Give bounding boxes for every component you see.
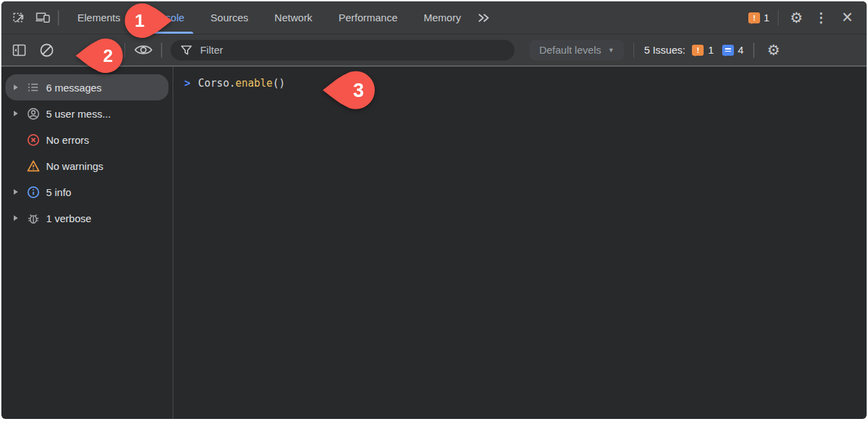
exclamation-glyph: ! <box>697 46 699 54</box>
tab-label: Sources <box>210 12 248 23</box>
info-icon <box>26 186 40 199</box>
filter-funnel-icon <box>180 45 193 56</box>
issues-summary[interactable]: 5 Issues: ! 1 4 <box>644 44 744 56</box>
inspect-cursor-icon <box>12 10 27 25</box>
exclamation-glyph: ! <box>753 14 756 22</box>
expander[interactable] <box>12 189 20 195</box>
warning-icon <box>26 160 40 173</box>
chevron-down-icon: ▼ <box>608 47 614 54</box>
triangle-right-icon <box>14 85 18 90</box>
settings-button[interactable]: ⚙ <box>787 8 806 28</box>
message-bubble-icon <box>722 45 734 56</box>
tab-label: Elements <box>78 12 121 23</box>
user-icon <box>26 107 40 120</box>
annotation-number: 2 <box>103 45 113 66</box>
annotation-number: 1 <box>135 10 144 31</box>
divider <box>58 10 59 25</box>
log-levels-label: Default levels <box>539 44 601 56</box>
issue-count: 1 <box>763 12 769 23</box>
gear-icon: ⚙ <box>767 43 780 57</box>
annotation-number: 3 <box>353 79 364 101</box>
sidebar-item-label: 1 verbose <box>46 213 91 224</box>
code-object: Corso <box>198 77 229 89</box>
triangle-right-icon <box>14 189 18 195</box>
device-toolbar-button[interactable] <box>33 8 52 28</box>
sidebar-item-info[interactable]: 5 info <box>6 179 169 205</box>
sidebar-item-warnings[interactable]: No warnings <box>6 153 169 179</box>
devtools-app: Elements Console Sources Network Perform… <box>1 1 867 419</box>
sidebar-item-errors[interactable]: No errors <box>6 127 169 153</box>
clear-console-button[interactable] <box>37 41 56 60</box>
sidebar-item-label: No errors <box>46 134 89 146</box>
issue-bubble-icon: ! <box>692 45 704 56</box>
divider <box>778 10 779 25</box>
annotation-balloon-1: 1 <box>120 1 174 40</box>
sidebar-item-user-messages[interactable]: 5 user mess... <box>6 100 169 127</box>
list-icon <box>26 81 40 94</box>
close-icon: × <box>842 8 853 27</box>
three-dot-icon: ⋮ <box>815 11 828 24</box>
console-sidebar: 6 messages 5 user mess... No errors <box>1 67 173 419</box>
expander[interactable] <box>12 85 20 90</box>
log-levels-dropdown[interactable]: Default levels ▼ <box>530 40 624 61</box>
triangle-right-icon <box>14 215 18 221</box>
divider <box>633 43 635 58</box>
tab-performance[interactable]: Performance <box>325 1 411 34</box>
eye-icon <box>134 43 153 56</box>
sidebar-item-label: 5 info <box>46 186 72 198</box>
issue-bubble-icon: ! <box>748 12 760 23</box>
bug-icon <box>26 212 40 225</box>
circle-slash-icon <box>39 42 55 58</box>
sidebar-item-label: No warnings <box>46 160 103 172</box>
filter-box <box>171 40 514 61</box>
tab-label: Performance <box>338 12 398 23</box>
console-expression: Corso.enable() <box>198 77 285 89</box>
console-settings-button[interactable]: ⚙ <box>764 41 783 60</box>
divider <box>161 43 162 58</box>
tab-memory[interactable]: Memory <box>411 1 474 34</box>
issues-counter[interactable]: ! 1 <box>748 12 769 23</box>
expander[interactable] <box>12 111 20 116</box>
console-content: 6 messages 5 user mess... No errors <box>1 67 867 419</box>
console-pane[interactable]: > Corso.enable() <box>173 67 867 419</box>
issues-error-count: 1 <box>708 44 713 56</box>
create-live-expression-button[interactable] <box>133 41 153 60</box>
more-tabs-button[interactable] <box>474 8 493 28</box>
devtools-window: Elements Console Sources Network Perform… <box>0 0 868 421</box>
tab-sources[interactable]: Sources <box>197 1 261 34</box>
code-dot: . <box>229 77 235 89</box>
annotation-balloon-3: 3 <box>321 69 380 111</box>
gear-icon: ⚙ <box>790 10 803 25</box>
toggle-console-sidebar-button[interactable] <box>10 41 29 60</box>
sidebar-item-verbose[interactable]: 1 verbose <box>6 205 169 231</box>
divider <box>753 43 755 58</box>
issues-summary-label: 5 Issues: <box>644 44 685 56</box>
sidebar-item-label: 6 messages <box>46 82 102 94</box>
double-chevron-icon <box>477 12 490 23</box>
annotation-balloon-2: 2 <box>74 36 127 75</box>
triangle-right-icon <box>14 111 18 116</box>
expander[interactable] <box>12 215 20 221</box>
device-toolbar-icon <box>35 10 51 25</box>
tab-label: Network <box>274 12 312 23</box>
error-icon <box>26 133 40 147</box>
console-input-line[interactable]: > Corso.enable() <box>184 77 860 89</box>
issues-message-count: 4 <box>738 44 744 56</box>
code-parens: () <box>272 77 285 89</box>
tab-label: Memory <box>424 12 461 23</box>
filter-input[interactable] <box>199 43 505 56</box>
code-method: enable <box>235 77 272 89</box>
sidebar-item-label: 5 user mess... <box>46 108 111 120</box>
overflow-menu-button[interactable]: ⋮ <box>812 8 831 28</box>
close-devtools-button[interactable]: × <box>838 8 857 28</box>
sidebar-panel-icon <box>12 43 27 58</box>
tab-network[interactable]: Network <box>261 1 325 34</box>
inspect-element-button[interactable] <box>10 8 29 28</box>
sidebar-item-all-messages[interactable]: 6 messages <box>6 74 169 100</box>
console-prompt-chevron: > <box>184 77 191 89</box>
